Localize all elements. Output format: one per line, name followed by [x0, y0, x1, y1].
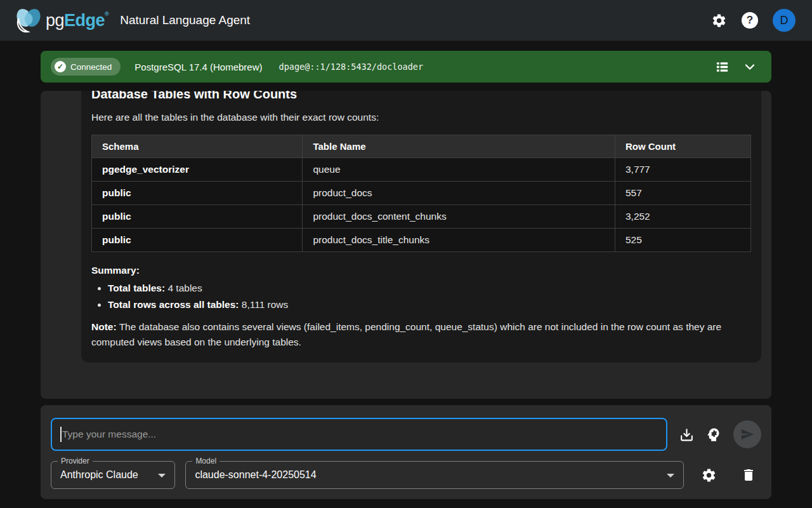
- pgedge-logo-text: pgEdge®: [46, 11, 108, 30]
- model-label: Model: [192, 457, 219, 465]
- message-heading: Database Tables with Row Counts: [91, 91, 751, 102]
- model-settings-gear-icon[interactable]: [697, 462, 721, 488]
- table-row: public product_docs_content_chunks 3,252: [92, 205, 751, 229]
- assistant-message-card: Database Tables with Row Counts Here are…: [81, 91, 761, 363]
- model-value: claude-sonnet-4-20250514: [195, 469, 316, 481]
- user-avatar[interactable]: D: [773, 9, 796, 32]
- model-select[interactable]: Model claude-sonnet-4-20250514: [185, 461, 684, 489]
- download-icon[interactable]: [674, 422, 699, 447]
- server-version-label: PostgreSQL 17.4 (Homebrew): [134, 62, 262, 72]
- note-paragraph: Note: The database also contains several…: [91, 319, 751, 350]
- summary-list: Total tables: 4 tables Total rows across…: [108, 283, 751, 311]
- connection-status-label: Connected: [70, 62, 112, 72]
- chevron-down-icon[interactable]: [742, 59, 757, 74]
- help-icon[interactable]: ?: [742, 12, 758, 29]
- connection-list-icon[interactable]: [715, 60, 730, 74]
- provider-label: Provider: [58, 457, 93, 465]
- list-item: Total tables: 4 tables: [108, 283, 751, 294]
- trash-icon[interactable]: [737, 462, 761, 488]
- message-input[interactable]: [51, 418, 667, 451]
- settings-gear-icon[interactable]: [711, 13, 727, 29]
- dropdown-arrow-icon: [158, 474, 166, 478]
- composer-panel: Provider Anthropic Claude Model claude-s…: [41, 405, 771, 499]
- send-button[interactable]: [733, 420, 761, 448]
- dropdown-arrow-icon: [667, 474, 674, 478]
- table-header-row: Schema Table Name Row Count: [92, 135, 751, 158]
- table-row: pgedge_vectorizer queue 3,777: [92, 158, 751, 182]
- col-header-schema: Schema: [92, 135, 303, 158]
- page-title: Natural Language Agent: [120, 13, 250, 27]
- app-header: pgEdge® Natural Language Agent ? D: [0, 0, 812, 41]
- pgedge-heart-icon: [14, 7, 43, 34]
- col-header-row-count: Row Count: [615, 135, 750, 158]
- provider-value: Anthropic Claude: [60, 469, 138, 481]
- message-input-wrap: [51, 418, 667, 451]
- table-row: public product_docs 557: [92, 182, 751, 205]
- table-row: public product_docs_title_chunks 525: [92, 229, 751, 252]
- connection-bar: ✓ Connected PostgreSQL 17.4 (Homebrew) d…: [41, 51, 771, 83]
- status-badge: ✓ Connected: [51, 58, 121, 76]
- col-header-table-name: Table Name: [303, 135, 615, 158]
- summary-heading: Summary:: [91, 265, 751, 276]
- text-caret: [60, 427, 62, 442]
- chat-scroll-area[interactable]: Database Tables with Row Counts Here are…: [41, 91, 771, 399]
- message-intro: Here are all the tables in the database …: [91, 112, 751, 123]
- provider-select[interactable]: Provider Anthropic Claude: [51, 461, 175, 489]
- list-item: Total rows across all tables: 8,111 rows: [108, 299, 751, 311]
- row-counts-table: Schema Table Name Row Count pgedge_vecto…: [91, 135, 751, 252]
- connection-string: dpage@::1/128:5432/docloader: [279, 62, 424, 72]
- check-circle-icon: ✓: [55, 61, 66, 72]
- ai-psychology-icon[interactable]: [700, 422, 726, 447]
- pgedge-logo: pgEdge®: [14, 7, 108, 34]
